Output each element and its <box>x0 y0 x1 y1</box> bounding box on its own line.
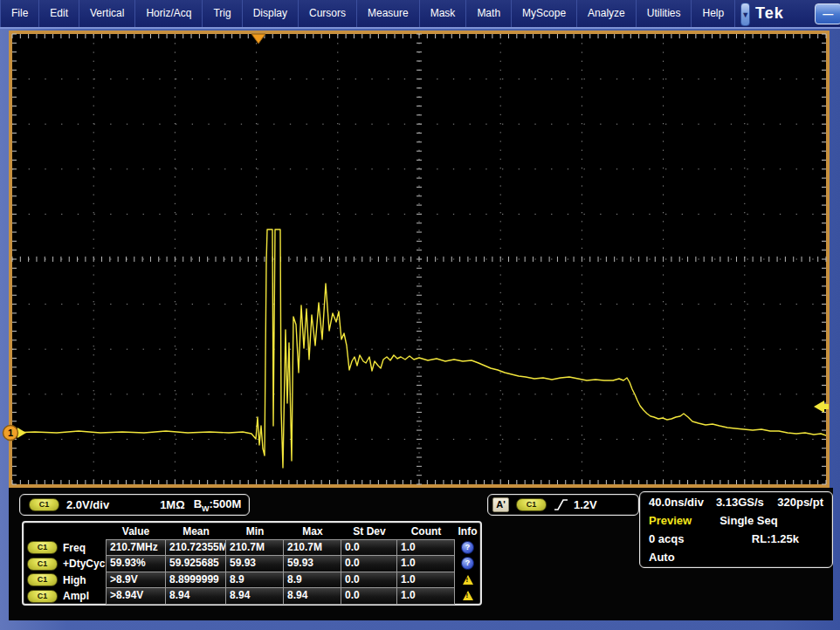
channel-badge: C1 <box>29 498 59 511</box>
table-cell: 8.8999999 <box>166 572 226 589</box>
table-cell: 210.7M <box>226 539 284 557</box>
table-cell: 8.94 <box>166 587 226 605</box>
titlebar-right: Tek — X <box>755 0 840 27</box>
menu-trig[interactable]: Trig <box>203 0 242 27</box>
rising-edge-icon <box>554 498 568 511</box>
table-cell: 0.0 <box>341 539 397 557</box>
trigger-readout-panel[interactable]: A' C1 1.2V <box>487 494 639 516</box>
warning-icon[interactable]: ! <box>463 591 473 600</box>
table-cell: 210.7MHz <box>106 539 166 557</box>
vertical-scale: 2.0V/div <box>66 498 109 511</box>
acquisition-mode: Single Seq <box>720 514 777 527</box>
minimize-icon: — <box>823 8 833 20</box>
waveform-display[interactable] <box>9 31 830 488</box>
warning-icon[interactable]: ! <box>463 575 473 585</box>
chevron-down-icon: ▼ <box>741 10 749 19</box>
measurement-row-label: C1Freq <box>25 540 106 557</box>
menu-vertical[interactable]: Vertical <box>79 0 135 27</box>
col-header-info: Info <box>455 524 480 540</box>
channel-badge: C1 <box>27 590 58 603</box>
menu-horiz-acq[interactable]: Horiz/Acq <box>135 0 203 27</box>
timebase: 40.0ns/div <box>649 496 704 509</box>
trigger-state: Auto <box>649 551 675 564</box>
channel-badge: C1 <box>27 541 58 554</box>
sample-rate: 3.13GS/s <box>716 496 764 509</box>
record-length: RL:1.25k <box>752 532 799 545</box>
table-cell: 0.0 <box>341 572 397 589</box>
menu-analyze[interactable]: Analyze <box>577 0 637 27</box>
col-header-mean: Mean <box>166 524 226 540</box>
table-cell: 59.93 <box>226 555 284 572</box>
question-info-icon[interactable]: ? <box>461 541 474 554</box>
menu-measure[interactable]: Measure <box>357 0 420 27</box>
menu-bar: File Edit Vertical Horiz/Acq Trig Displa… <box>0 0 840 27</box>
menu-cursors[interactable]: Cursors <box>299 0 357 27</box>
measurement-row-label: C1Ampl <box>25 588 106 605</box>
input-impedance: 1MΩ <box>160 498 184 511</box>
table-cell: 210.72355M <box>166 539 226 557</box>
menu-file[interactable]: File <box>0 0 39 27</box>
trigger-source-badge: A' <box>492 497 509 512</box>
menu-overflow-button[interactable]: ▼ <box>740 3 750 26</box>
question-info-icon[interactable]: ? <box>461 557 474 570</box>
trigger-level: 1.2V <box>574 498 597 511</box>
measurement-table: Value Mean Min Max St Dev Count Info C1F… <box>22 521 482 606</box>
table-cell: 1.0 <box>397 572 455 589</box>
info-cell[interactable]: ! <box>455 587 480 605</box>
header-spacer <box>25 524 106 540</box>
table-cell: 1.0 <box>397 555 455 572</box>
measurement-row-label: C1High <box>25 572 106 589</box>
menu-help[interactable]: Help <box>692 0 735 27</box>
table-cell: 8.9 <box>226 572 284 589</box>
menu-edit[interactable]: Edit <box>39 0 79 27</box>
info-cell[interactable]: ! <box>455 572 480 589</box>
table-cell: 59.93 <box>284 555 341 572</box>
menu-myscope[interactable]: MyScope <box>512 0 577 27</box>
table-cell: >8.94V <box>106 587 166 605</box>
measurement-row-label: C1+DtyCyc <box>25 556 106 572</box>
channel-badge: C1 <box>27 558 58 571</box>
menu-display[interactable]: Display <box>243 0 299 27</box>
table-cell: 210.7M <box>284 539 341 557</box>
bandwidth-readout: BW:500M <box>194 497 242 513</box>
table-cell: 8.94 <box>284 587 341 605</box>
menu-mask[interactable]: Mask <box>420 0 467 27</box>
tek-logo: Tek <box>755 4 784 23</box>
table-cell: 59.925685 <box>166 555 226 572</box>
table-cell: 0.0 <box>341 555 397 572</box>
col-header-value: Value <box>106 524 166 540</box>
col-header-max: Max <box>284 524 341 540</box>
channel-readout-panel[interactable]: C1 2.0V/div 1MΩ BW:500M <box>19 494 250 516</box>
channel-badge: C1 <box>27 573 58 586</box>
col-header-count: Count <box>397 524 455 540</box>
menu-math[interactable]: Math <box>466 0 512 27</box>
oscilloscope-app-window: File Edit Vertical Horiz/Acq Trig Displa… <box>0 0 840 630</box>
table-cell: 0.0 <box>341 587 397 605</box>
sample-resolution: 320ps/pt <box>777 496 823 509</box>
table-cell: 1.0 <box>397 587 455 605</box>
col-header-stdev: St Dev <box>341 524 397 540</box>
table-cell: 59.93% <box>106 555 166 572</box>
info-cell[interactable]: ? <box>455 539 480 557</box>
trigger-channel-badge: C1 <box>516 498 547 511</box>
col-header-min: Min <box>226 524 284 540</box>
info-cell[interactable]: ? <box>455 555 480 572</box>
minimize-button[interactable]: — <box>815 3 840 24</box>
table-cell: 8.9 <box>284 572 341 589</box>
table-cell: 1.0 <box>397 539 455 557</box>
table-cell: >8.9V <box>106 572 166 589</box>
menu-utilities[interactable]: Utilities <box>637 0 692 27</box>
acquisition-count: 0 acqs <box>649 532 684 545</box>
horizontal-readout-panel[interactable]: 40.0ns/div 3.13GS/s 320ps/pt Preview Sin… <box>639 491 833 568</box>
preview-status: Preview <box>649 514 692 527</box>
table-cell: 8.94 <box>226 587 284 605</box>
